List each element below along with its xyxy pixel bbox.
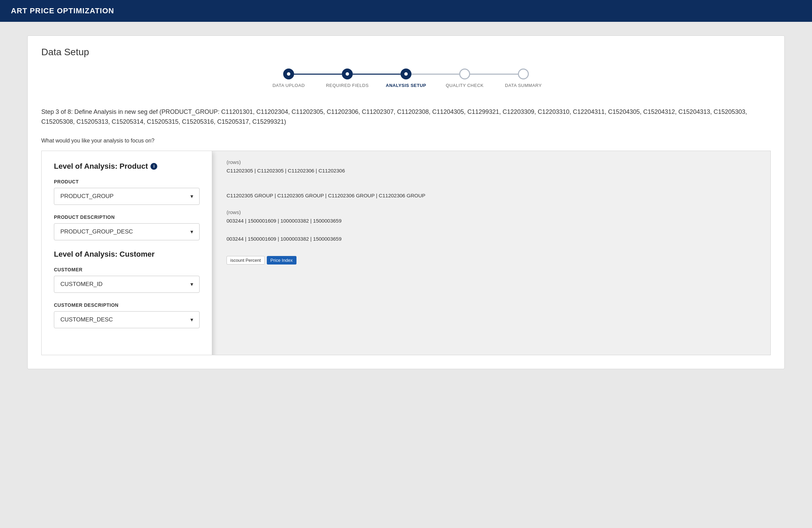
- main-content: Data Setup: [0, 22, 812, 383]
- svg-point-2: [404, 72, 408, 76]
- stepper-label-5: DATA SUMMARY: [494, 83, 553, 88]
- svg-point-1: [346, 72, 349, 76]
- bg-row-2: C11202305 | C11202305 | C11202306 | C112…: [227, 166, 759, 175]
- bg-row-4: (rows): [227, 209, 759, 215]
- product-section-title: Level of Analysis: Product i: [54, 162, 200, 171]
- tags-row: iscount Percent Price Index: [227, 256, 759, 265]
- product-desc-field-label: PRODUCT DESCRIPTION: [54, 214, 200, 220]
- customer-field-label: CUSTOMER: [54, 267, 200, 272]
- stepper-label-1: DATA UPLOAD: [259, 83, 318, 88]
- topbar: ART PRICE OPTIMIZATION: [0, 0, 812, 22]
- analysis-body: (rows) C11202305 | C11202305 | C11202306…: [41, 151, 771, 355]
- tag-price-index[interactable]: Price Index: [267, 256, 296, 265]
- stepper-dots: [283, 69, 529, 79]
- bg-row-6: 003244 | 1500001609 | 1000003382 | 15000…: [227, 235, 759, 243]
- product-select[interactable]: PRODUCT_GROUP: [54, 188, 200, 205]
- data-setup-card: Data Setup: [27, 35, 785, 369]
- customer-desc-select-container: CUSTOMER_DESC ▼: [54, 311, 200, 328]
- page-title: Data Setup: [41, 47, 771, 58]
- product-info-icon[interactable]: i: [150, 163, 157, 170]
- bg-row-1: (rows): [227, 159, 759, 165]
- product-desc-select-container: PRODUCT_GROUP_DESC ▼: [54, 223, 200, 240]
- product-field-label: PRODUCT: [54, 179, 200, 184]
- product-desc-select[interactable]: PRODUCT_GROUP_DESC: [54, 223, 200, 240]
- stepper-dot-2[interactable]: [342, 69, 353, 79]
- customer-desc-field-label: CUSTOMER DESCRIPTION: [54, 302, 200, 308]
- customer-section-title: Level of Analysis: Customer: [54, 250, 200, 259]
- stepper-label-3: ANALYSIS SETUP: [377, 83, 435, 88]
- stepper-label-2: REQUIRED FIELDS: [318, 83, 377, 88]
- stepper-dot-1[interactable]: [283, 69, 294, 79]
- topbar-title: ART PRICE OPTIMIZATION: [11, 6, 114, 15]
- stepper-line-1: [294, 74, 342, 75]
- step-description: Step 3 of 8: Define Analysis in new seg …: [41, 99, 771, 130]
- bg-row-5: 003244 | 1500001609 | 1000003382 | 15000…: [227, 216, 759, 225]
- customer-select[interactable]: CUSTOMER_ID: [54, 276, 200, 293]
- stepper-label-4: QUALITY CHECK: [435, 83, 494, 88]
- stepper-line-2: [353, 74, 401, 75]
- stepper-line-4: [470, 74, 518, 75]
- bg-row-3: C11202305 GROUP | C11202305 GROUP | C112…: [227, 191, 759, 200]
- overlay-panel: Level of Analysis: Product i PRODUCT PRO…: [42, 151, 212, 355]
- product-select-container: PRODUCT_GROUP ▼: [54, 188, 200, 205]
- focus-question: What would you like your analysis to foc…: [41, 138, 771, 144]
- stepper-labels: DATA UPLOAD REQUIRED FIELDS ANALYSIS SET…: [259, 83, 553, 88]
- stepper-dot-3[interactable]: [401, 69, 411, 79]
- stepper-line-3: [411, 74, 459, 75]
- customer-desc-select[interactable]: CUSTOMER_DESC: [54, 311, 200, 328]
- customer-select-container: CUSTOMER_ID ▼: [54, 276, 200, 293]
- tag-discount[interactable]: iscount Percent: [227, 256, 265, 265]
- svg-point-0: [287, 72, 290, 76]
- stepper-dot-5[interactable]: [518, 69, 529, 79]
- stepper-dot-4[interactable]: [459, 69, 470, 79]
- background-data: (rows) C11202305 | C11202305 | C11202306…: [227, 159, 759, 265]
- stepper: DATA UPLOAD REQUIRED FIELDS ANALYSIS SET…: [41, 69, 771, 88]
